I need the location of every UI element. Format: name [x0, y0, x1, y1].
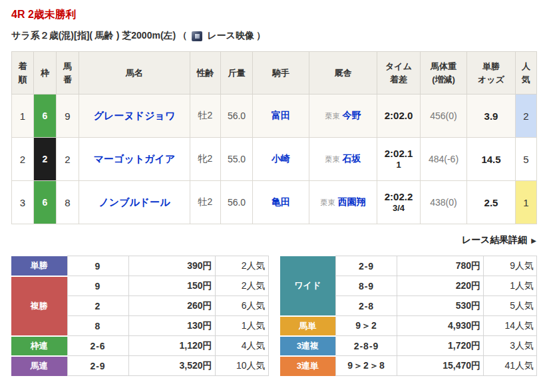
win-odds-cell: 14.5 [467, 138, 516, 181]
payout-popularity: 3人気 [484, 336, 537, 356]
bet-type-label-wakuren: 枠連 [11, 336, 67, 356]
payouts-section: 単勝 9 390円 2人気 複勝 9 150円 2人気 2 260円 6人気 8… [11, 256, 536, 376]
payout-amount: 220円 [397, 276, 484, 296]
race-conditions-bar: サラ系２歳(混)[指]( 馬齢 ) 芝2000m(左) （ レース映像 ） [11, 30, 536, 42]
time-margin-cell: 2:02.11 [377, 138, 421, 181]
header-finish-position: 着 順 [12, 52, 34, 95]
jockey-link[interactable]: 小崎 [272, 153, 290, 164]
stable-cell: 栗東西園翔 [309, 181, 377, 224]
payout-row-sanrenpuku: 3連複 2-8-9 1,720円 3人気 [280, 336, 537, 356]
header-jockey: 騎手 [253, 52, 309, 95]
payout-amount: 780円 [397, 256, 484, 276]
payout-popularity: 1人気 [215, 316, 268, 336]
horse-number: 9 [57, 95, 79, 138]
time-margin-cell: 2:02.23/4 [377, 181, 421, 224]
race-detail-link-row: レース結果詳細▶ [11, 234, 536, 246]
header-stable: 厩舎 [309, 52, 377, 95]
payout-row-fukusho-1: 複勝 9 150円 2人気 [11, 276, 268, 296]
payout-amount: 4,930円 [397, 316, 484, 336]
payout-popularity: 41人気 [484, 356, 537, 376]
payout-popularity: 10人気 [215, 356, 268, 376]
payout-amount: 1,120円 [128, 336, 215, 356]
payout-combination: 9 [67, 276, 128, 296]
horse-number: 2 [57, 138, 79, 181]
sex-age: 牝2 [190, 138, 221, 181]
payout-combination: 2-9 [336, 256, 397, 276]
trainer-link[interactable]: 石坂 [343, 153, 361, 164]
stable-area-label: 栗東 [325, 112, 340, 120]
payout-combination: 2-8-9 [336, 336, 397, 356]
time-margin-cell: 2:02.0 [377, 95, 421, 138]
payout-amount: 260円 [128, 296, 215, 316]
payout-row-sanrentan: 3連単 9＞2＞8 15,470円 41人気 [280, 356, 537, 376]
jockey-link[interactable]: 亀田 [272, 196, 290, 207]
chevron-right-icon: ▶ [531, 237, 536, 244]
jockey-link[interactable]: 富田 [272, 110, 290, 120]
payout-row-tansho: 単勝 9 390円 2人気 [11, 256, 268, 276]
payout-row-umatan: 馬単 9＞2 4,930円 14人気 [280, 316, 537, 336]
payout-amount: 390円 [128, 256, 215, 276]
payout-popularity: 5人気 [484, 296, 537, 316]
horse-weight-cell: 438(0) [421, 181, 467, 224]
bet-type-label-sanrenpuku: 3連複 [280, 336, 336, 356]
trainer-link[interactable]: 西園翔 [338, 196, 366, 207]
carried-weight: 55.0 [221, 138, 253, 181]
popularity-cell: 5 [516, 138, 537, 181]
payout-table-left: 単勝 9 390円 2人気 複勝 9 150円 2人気 2 260円 6人気 8… [11, 256, 269, 376]
header-horse-weight: 馬体重 (増減) [421, 52, 467, 95]
popularity-cell: 1 [516, 181, 537, 224]
race-results-table: 着 順 枠 馬 番 馬名 性齢 斤量 騎手 厩舎 タイム 着差 馬体重 (増減)… [11, 51, 537, 224]
horse-name-cell: マーゴットガイア [79, 138, 190, 181]
stable-cell: 栗東石坂 [309, 138, 377, 181]
payout-combination: 8-9 [336, 276, 397, 296]
horse-weight-cell: 456(0) [421, 95, 467, 138]
race-result-page: 4R 2歳未勝利 サラ系２歳(混)[指]( 馬齢 ) 芝2000m(左) （ レ… [0, 0, 547, 376]
payout-combination: 2-8 [336, 296, 397, 316]
race-result-detail-link[interactable]: レース結果詳細▶ [462, 234, 536, 245]
stable-area-label: 栗東 [325, 155, 340, 163]
win-odds-cell: 3.9 [467, 95, 516, 138]
result-row-2: 2 2 2 マーゴットガイア 牝2 55.0 小崎 栗東石坂 2:02.11 4… [12, 138, 537, 181]
stable-cell: 栗東今野 [309, 95, 377, 138]
payout-amount: 130円 [128, 316, 215, 336]
paren-close: ） [256, 30, 266, 42]
horse-name-link[interactable]: マーゴットガイア [94, 153, 175, 164]
result-row-3: 3 6 8 ノンブルドール 牡2 56.0 亀田 栗東西園翔 2:02.23/4… [12, 181, 537, 224]
carried-weight: 56.0 [221, 95, 253, 138]
results-header-row: 着 順 枠 馬 番 馬名 性齢 斤量 騎手 厩舎 タイム 着差 馬体重 (増減)… [12, 52, 537, 95]
bet-type-label-fukusho: 複勝 [11, 276, 67, 336]
payout-combination: 8 [67, 316, 128, 336]
payout-popularity: 14人気 [484, 316, 537, 336]
frame-number: 6 [34, 181, 57, 224]
payout-combination: 2-9 [67, 356, 128, 376]
payout-combination: 9＞2 [336, 316, 397, 336]
bet-type-label-umaren: 馬連 [11, 356, 67, 376]
popularity-cell: 2 [516, 95, 537, 138]
trainer-link[interactable]: 今野 [343, 110, 361, 120]
bet-type-label-umatan: 馬単 [280, 316, 336, 336]
payout-amount: 1,720円 [397, 336, 484, 356]
bet-type-label-wide: ワイド [280, 256, 336, 316]
payout-combination: 2-6 [67, 336, 128, 356]
header-time-margin: タイム 着差 [377, 52, 421, 95]
payout-amount: 530円 [397, 296, 484, 316]
payout-popularity: 6人気 [215, 296, 268, 316]
horse-name-link[interactable]: ノンブルドール [98, 196, 170, 208]
sex-age: 牡2 [190, 181, 221, 224]
race-video-link[interactable]: レース映像 [207, 30, 254, 42]
paren-open: （ [178, 30, 187, 42]
payout-popularity: 1人気 [484, 276, 537, 296]
win-odds-cell: 2.5 [467, 181, 516, 224]
payout-amount: 3,520円 [128, 356, 215, 376]
payout-popularity: 4人気 [215, 336, 268, 356]
finish-position: 1 [12, 95, 34, 138]
payout-table-right: ワイド 2-9 780円 9人気 8-9 220円 1人気 2-8 530円 5… [280, 256, 538, 376]
video-icon [192, 31, 202, 41]
payout-amount: 15,470円 [397, 356, 484, 376]
header-win-odds: 単勝 オッズ [467, 52, 516, 95]
finish-position: 2 [12, 138, 34, 181]
payout-combination: 9 [67, 256, 128, 276]
horse-name-link[interactable]: グレーヌドジョワ [94, 110, 175, 121]
payout-row-wide-1: ワイド 2-9 780円 9人気 [280, 256, 537, 276]
payout-row-umaren: 馬連 2-9 3,520円 10人気 [11, 356, 268, 376]
